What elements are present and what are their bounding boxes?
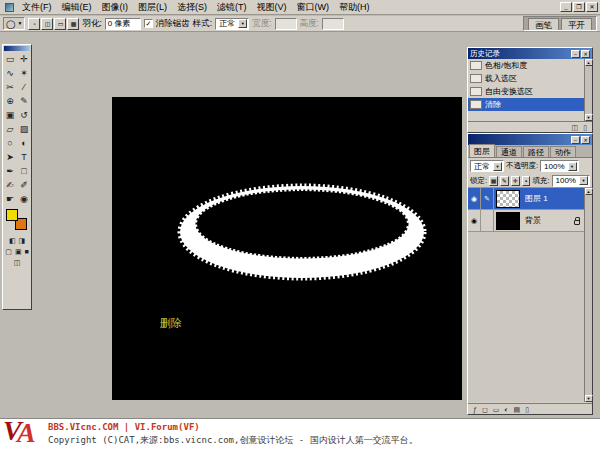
history-brush-tool[interactable]: ↺ — [17, 108, 31, 122]
menu-image[interactable]: 图像(I) — [97, 0, 134, 14]
shape-tool[interactable]: □ — [17, 164, 31, 178]
zoom-tool[interactable]: ◉ — [17, 192, 31, 206]
height-input — [322, 18, 344, 30]
menu-file[interactable]: 文件(F) — [17, 0, 57, 14]
layer-name[interactable]: 图层 1 — [522, 193, 570, 204]
fill-dropdown[interactable]: 100% ▼ — [552, 175, 590, 187]
selection-intersect-icon[interactable]: ▩ — [67, 18, 79, 30]
slice-tool[interactable]: ∕ — [17, 80, 31, 94]
blur-tool[interactable]: ○ — [3, 136, 17, 150]
menu-filter[interactable]: 滤镜(T) — [212, 0, 252, 14]
palette-well-brushes-tab[interactable]: 画笔 — [528, 18, 559, 30]
minimize-button[interactable]: _ — [560, 2, 572, 12]
layer-thumbnail[interactable] — [496, 190, 520, 208]
adjustment-layer-icon[interactable]: ◐ — [504, 405, 508, 414]
chevron-down-icon: ▼ — [579, 176, 588, 185]
crop-tool[interactable]: ✂ — [3, 80, 17, 94]
standard-mode-icon[interactable]: ◧ — [9, 237, 16, 245]
menu-layer[interactable]: 图层(L) — [133, 0, 172, 14]
rectangular-marquee-tool[interactable]: ▭ — [3, 52, 17, 66]
panel-minimize-icon[interactable]: – — [571, 136, 580, 144]
eyedropper-tool[interactable]: ✐ — [17, 178, 31, 192]
menu-view[interactable]: 视图(V) — [252, 0, 292, 14]
menu-edit[interactable]: 编辑(E) — [57, 0, 97, 14]
blend-mode-dropdown[interactable]: 正常 ▼ — [470, 160, 504, 172]
notes-tool[interactable]: ✍ — [3, 178, 17, 192]
history-list: 色相/饱和度 载入选区 自由变换选区 清除 ▲ ▼ — [468, 59, 592, 121]
quickmask-mode-icon[interactable]: ◨ — [19, 237, 26, 245]
visibility-eye-icon[interactable]: ◉ — [468, 210, 481, 231]
opacity-dropdown[interactable]: 100% ▼ — [540, 160, 578, 172]
lock-position-icon[interactable]: ✛ — [511, 176, 520, 186]
tool-preset-dropdown[interactable]: ◯ ▼ — [3, 17, 25, 30]
foreground-color-swatch[interactable] — [6, 209, 18, 221]
scroll-down-icon[interactable]: ▼ — [585, 114, 593, 121]
selection-add-icon[interactable]: ◫ — [41, 18, 53, 30]
magic-wand-tool[interactable]: ✶ — [17, 66, 31, 80]
fullscreen-icon[interactable]: ■ — [25, 248, 29, 256]
history-step-selected[interactable]: 清除 — [468, 98, 592, 111]
feather-input[interactable]: 0 像素 — [105, 18, 141, 30]
menu-select[interactable]: 选择(S) — [172, 0, 212, 14]
history-step[interactable]: 色相/饱和度 — [468, 59, 592, 72]
layer-set-icon[interactable]: ▭ — [493, 405, 500, 414]
layer-row-background[interactable]: ◉ 背景 — [468, 210, 584, 232]
tab-actions[interactable]: 动作 — [550, 146, 576, 157]
move-tool[interactable]: ✛ — [17, 52, 31, 66]
clone-stamp-tool[interactable]: ▣ — [3, 108, 17, 122]
history-panel: 历史记录 – ✕ 色相/饱和度 载入选区 自由变换选区 清除 ▲ — [467, 47, 593, 133]
layer-name[interactable]: 背景 — [522, 215, 570, 226]
gradient-tool[interactable]: ▨ — [17, 122, 31, 136]
history-title-bar[interactable]: 历史记录 – ✕ — [468, 48, 592, 59]
style-dropdown[interactable]: 正常 ▼ — [215, 18, 249, 30]
visibility-eye-icon[interactable]: ◉ — [468, 188, 481, 209]
fullscreen-menubar-icon[interactable]: ▣ — [15, 248, 22, 256]
scroll-down-icon[interactable]: ▼ — [585, 395, 593, 402]
history-step[interactable]: 载入选区 — [468, 72, 592, 85]
new-snapshot-icon[interactable]: ◫ — [572, 123, 579, 132]
healing-brush-tool[interactable]: ⊕ — [3, 94, 17, 108]
scroll-up-icon[interactable]: ▲ — [585, 59, 593, 66]
type-tool[interactable]: T — [17, 150, 31, 164]
layer-style-icon[interactable]: ƒ — [473, 405, 477, 414]
document-canvas[interactable]: 删除 — [112, 97, 462, 400]
brush-tool[interactable]: ✎ — [17, 94, 31, 108]
scroll-up-icon[interactable]: ▲ — [585, 188, 593, 195]
path-selection-tool[interactable]: ➤ — [3, 150, 17, 164]
layer-row-layer1[interactable]: ◉ ✎ 图层 1 — [468, 188, 584, 210]
antialias-checkbox[interactable]: ✓ — [144, 19, 153, 28]
lock-image-pixels-icon[interactable]: ✎ — [500, 176, 509, 186]
selection-subtract-icon[interactable]: ▭ — [54, 18, 66, 30]
selection-new-icon[interactable]: ▫ — [28, 18, 40, 30]
history-scrollbar[interactable]: ▲ ▼ — [584, 59, 592, 121]
opacity-label: 不透明度: — [506, 161, 538, 171]
layers-scrollbar[interactable]: ▲ ▼ — [584, 188, 592, 402]
layer-mask-icon[interactable]: ◻ — [482, 405, 488, 414]
restore-button[interactable]: ❐ — [573, 2, 585, 12]
layer-thumbnail[interactable] — [496, 212, 520, 230]
pen-tool[interactable]: ✒ — [3, 164, 17, 178]
close-button[interactable]: ✕ — [586, 2, 598, 12]
new-layer-icon[interactable]: ▤ — [514, 405, 521, 414]
delete-layer-icon[interactable]: ▯ — [525, 405, 529, 414]
lock-transparent-pixels-icon[interactable]: ▦ — [489, 176, 498, 186]
tab-layers[interactable]: 图层 — [469, 144, 495, 157]
hand-tool[interactable]: ☛ — [3, 192, 17, 206]
panel-close-icon[interactable]: ✕ — [581, 136, 590, 144]
tab-channels[interactable]: 通道 — [496, 146, 522, 157]
standard-screen-icon[interactable]: ▢ — [5, 248, 12, 256]
eraser-tool[interactable]: ▱ — [3, 122, 17, 136]
palette-well-file-tab[interactable]: 平开 — [561, 18, 592, 30]
delete-state-icon[interactable]: ▯ — [583, 123, 587, 132]
toolbox-grip[interactable] — [4, 46, 30, 51]
tab-paths[interactable]: 路径 — [523, 146, 549, 157]
menu-window[interactable]: 窗口(W) — [292, 0, 335, 14]
history-step[interactable]: 自由变换选区 — [468, 85, 592, 98]
lock-all-icon[interactable]: ▪ — [522, 176, 531, 186]
panel-close-icon[interactable]: ✕ — [581, 50, 590, 58]
lasso-tool[interactable]: ∿ — [3, 66, 17, 80]
jump-to-imageready-icon[interactable]: ◫ — [14, 259, 21, 267]
panel-minimize-icon[interactable]: – — [571, 50, 580, 58]
menu-help[interactable]: 帮助(H) — [334, 0, 375, 14]
dodge-tool[interactable]: ◐ — [17, 136, 31, 150]
